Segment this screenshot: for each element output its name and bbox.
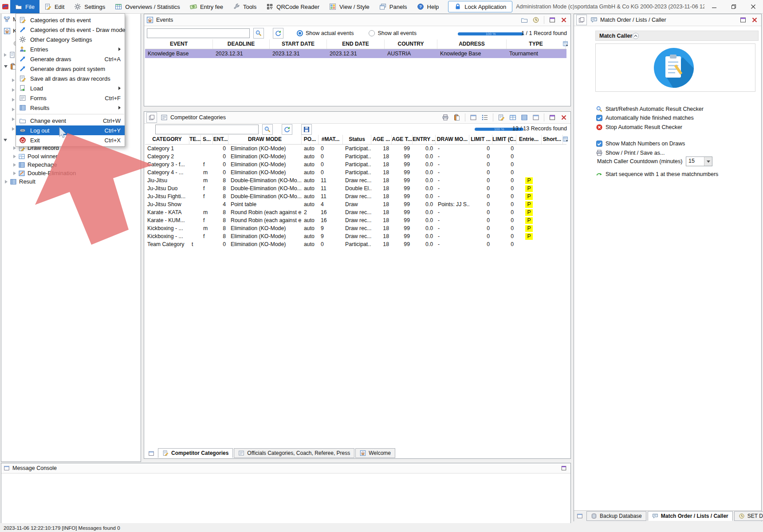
- menubar-item-qrcode-reader[interactable]: QRCode Reader: [261, 0, 324, 13]
- menu-item-change-event[interactable]: Change eventCtrl+W: [16, 116, 125, 125]
- chevron-down-icon[interactable]: [704, 157, 712, 166]
- tree-expand-arrow[interactable]: [13, 155, 16, 158]
- menubar-item-settings[interactable]: Settings: [69, 0, 110, 13]
- tree-expand-arrow[interactable]: [4, 53, 7, 57]
- menu-item-entries[interactable]: Entries: [16, 44, 125, 54]
- menu-item-categories-of-this-event[interactable]: Categories of this event: [16, 15, 125, 25]
- tree-expand-arrow[interactable]: [12, 127, 15, 131]
- menu-item-generate-draws-point-system[interactable]: Generate draws point system: [16, 64, 125, 74]
- history-button[interactable]: [531, 16, 540, 24]
- action-show-print-save-as-[interactable]: Show / Print / Save as...: [596, 149, 665, 156]
- menu-item-results[interactable]: Results: [16, 103, 125, 113]
- column-chooser-icon[interactable]: [562, 136, 569, 142]
- radio-show-all-events[interactable]: Show all events: [369, 30, 417, 36]
- tab-competitor-categories[interactable]: Competitor Categories: [158, 448, 233, 458]
- edit-table-button[interactable]: [508, 16, 517, 24]
- tree-expand-arrow[interactable]: [5, 180, 8, 184]
- close-panel-button[interactable]: [559, 113, 568, 122]
- maximize-panel-button[interactable]: [548, 16, 557, 24]
- tree-expand-arrow[interactable]: [12, 117, 15, 121]
- menu-item-other-category-settings[interactable]: Other Category Settings: [16, 35, 125, 44]
- column-header-status[interactable]: Status: [343, 135, 371, 144]
- dock-button[interactable]: [147, 449, 156, 458]
- panel-pages-button[interactable]: [146, 112, 157, 123]
- column-header-short-[interactable]: Short...: [542, 135, 563, 144]
- column-header-te-[interactable]: TE...: [189, 135, 201, 144]
- radio-show-actual-events[interactable]: Show actual events: [297, 30, 354, 36]
- menubar-item-view-style[interactable]: View / Style: [324, 0, 374, 13]
- tab-welcome[interactable]: Welcome: [355, 448, 395, 458]
- menubar-item-panels[interactable]: Panels: [374, 0, 412, 13]
- menubar-item-file[interactable]: File: [10, 0, 39, 13]
- print-button[interactable]: [441, 113, 450, 122]
- tree-expand-arrow[interactable]: [12, 78, 15, 82]
- menu-item-log-out[interactable]: Log outCtrl+Y: [16, 125, 125, 135]
- tree-collapse-arrow[interactable]: [4, 139, 7, 141]
- tree-item-repechage[interactable]: Repechage: [13, 160, 57, 169]
- action-stop-automatic-result-checker[interactable]: Stop Automatic Result Checker: [596, 124, 682, 131]
- table-row[interactable]: Jiu-Jitsum8Double-Elimination (KO-Mo...a…: [145, 176, 566, 184]
- table-row[interactable]: Category 20Elimination (KO-Mode)auto0Par…: [145, 153, 566, 160]
- maximize-panel-button[interactable]: [548, 113, 557, 122]
- restore-button[interactable]: [724, 0, 743, 13]
- menu-item-load[interactable]: Load: [16, 83, 125, 93]
- tree-branch-arrow[interactable]: [4, 136, 7, 144]
- column-header-age-t-[interactable]: AGE T...: [392, 135, 413, 144]
- column-header-po-[interactable]: PO...: [302, 135, 319, 144]
- tree-expand-arrow[interactable]: [12, 98, 15, 102]
- column-header-s-[interactable]: S...: [201, 135, 213, 144]
- table-row[interactable]: Karate - KATAm8Round Robin (each against…: [145, 208, 566, 216]
- countdown-select[interactable]: 15: [686, 156, 712, 166]
- tree-expand-arrow[interactable]: [12, 88, 15, 92]
- edit-records-button[interactable]: [497, 113, 506, 122]
- footer-tab-match-order-lists-caller[interactable]: Match Order / Lists / Caller: [648, 511, 733, 521]
- tree-expand-arrow[interactable]: [13, 172, 16, 175]
- dock-button[interactable]: [577, 512, 583, 520]
- table-row[interactable]: Ju-Jitsu Duof8Double-Elimination (KO-Mo.…: [145, 184, 566, 192]
- table-row[interactable]: Category 3 - f...f0Elimination (KO-Mode)…: [145, 160, 566, 168]
- tree-expand-arrow[interactable]: [12, 108, 15, 111]
- categories-search-button[interactable]: [262, 124, 273, 135]
- events-search-input[interactable]: [147, 28, 250, 38]
- menubar-item-overviews-statistics[interactable]: Overviews / Statistics: [110, 0, 185, 13]
- tree-expanded-item[interactable]: [4, 62, 17, 70]
- window-view-button[interactable]: [531, 113, 540, 122]
- panel-pages-button[interactable]: [576, 15, 587, 25]
- categories-refresh-button[interactable]: [282, 124, 292, 135]
- table-row[interactable]: Kickboxing - ...f8Elimination (KO-Mode)a…: [145, 232, 566, 240]
- categories-save-button[interactable]: [301, 124, 312, 135]
- lock-application-button[interactable]: Lock Application: [448, 1, 512, 12]
- column-header-entrie-[interactable]: Entrie...: [516, 135, 542, 144]
- footer-tab-set-dtm[interactable]: SET DTM: [734, 511, 763, 521]
- menubar-item-help[interactable]: ?Help: [412, 0, 444, 13]
- chevron-up-icon[interactable]: [632, 32, 639, 39]
- menubar-item-entry-fee[interactable]: Entry fee: [185, 0, 228, 13]
- column-header-end-date[interactable]: END DATE: [327, 39, 385, 49]
- table-row[interactable]: Knowledge Base2023.12.312023.12.312023.1…: [145, 49, 566, 58]
- column-header-deadline[interactable]: DEADLINE: [213, 39, 270, 49]
- column-header-draw-mode[interactable]: DRAW MODE: [228, 135, 302, 144]
- column-header-draw-mo-[interactable]: DRAW MO...: [436, 135, 469, 144]
- column-chooser-icon[interactable]: [562, 41, 569, 47]
- numbered-list-button[interactable]: [480, 113, 489, 122]
- table-row[interactable]: Kickboxing - ...m8Elimination (KO-Mode)a…: [145, 224, 566, 232]
- menu-item-save-all-draws-as-draw-records[interactable]: Save all draws as draw records: [16, 74, 125, 83]
- column-header-address[interactable]: ADDRESS: [437, 39, 507, 49]
- tree-item-pool-winner[interactable]: Pool winner: [13, 152, 58, 160]
- table-row[interactable]: Ju-Jitsu Fighti...f8Double-Elimination (…: [145, 192, 566, 200]
- column-header-age-[interactable]: AGE ...: [371, 135, 392, 144]
- column-header-limit-c-[interactable]: LIMIT (C...: [492, 135, 516, 144]
- column-header-entry-[interactable]: ENTRY ...: [413, 135, 436, 144]
- footer-tab-backup-database[interactable]: Backup Database: [586, 511, 646, 521]
- column-header-ent-[interactable]: ENT...: [213, 135, 228, 144]
- maximize-panel-button[interactable]: [739, 16, 747, 24]
- tree-event-item[interactable]: K: [4, 27, 17, 35]
- list-view-button[interactable]: [520, 113, 529, 122]
- sequence-row[interactable]: Start sequence with 1 at these matchnumb…: [596, 171, 718, 178]
- paste-button[interactable]: [452, 113, 461, 122]
- action-show-match-numbers-on-draws[interactable]: Show Match Numbers on Draws: [596, 140, 685, 147]
- action-automatically-hide-finished-ma[interactable]: Automatically hide finished matches: [596, 114, 694, 121]
- categories-search-input[interactable]: [155, 125, 259, 134]
- table-row[interactable]: Ju-Jitsu Show4Point tableauto4Draw18990.…: [145, 200, 566, 208]
- table-row[interactable]: Category 4 - ...m0Elimination (KO-Mode)a…: [145, 168, 566, 176]
